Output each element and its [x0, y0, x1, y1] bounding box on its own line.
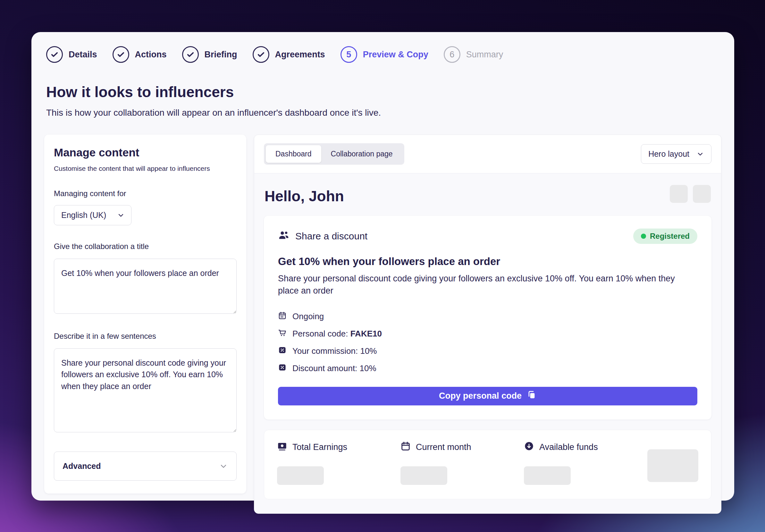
language-select-value: English (UK): [61, 211, 106, 220]
step-label: Agreements: [275, 50, 325, 60]
chevron-down-icon: [219, 462, 228, 471]
stat-label: Available funds: [539, 442, 598, 452]
people-icon: [278, 230, 290, 243]
manage-content-panel: Manage content Customise the content tha…: [44, 135, 246, 494]
placeholder-squares: [670, 185, 711, 203]
collab-card-description: Share your personal discount code giving…: [278, 273, 692, 297]
copy-button-label: Copy personal code: [439, 391, 522, 401]
stat-value-placeholder: [400, 466, 447, 485]
stat-total-earnings: Total Earnings: [277, 441, 400, 485]
collaboration-card: Share a discount Registered Get 10% when…: [264, 216, 711, 419]
greeting-text: Hello, John: [265, 188, 344, 205]
advanced-accordion[interactable]: Advanced: [54, 452, 237, 481]
collab-detail-list: Ongoing Personal code: FAKE10: [278, 311, 697, 374]
calendar-icon: [400, 441, 411, 453]
step-label: Summary: [466, 50, 503, 60]
placeholder-square: [670, 185, 688, 203]
collab-title-input[interactable]: Get 10% when your followers place an ord…: [54, 259, 237, 314]
advanced-label: Advanced: [63, 461, 101, 471]
step-details[interactable]: Details: [46, 46, 97, 63]
check-icon: [253, 46, 269, 63]
language-select[interactable]: English (UK): [54, 205, 132, 225]
step-number: 5: [346, 50, 351, 60]
step-actions[interactable]: Actions: [113, 46, 167, 63]
page-title: How it looks to influencers: [46, 83, 721, 101]
step-agreements[interactable]: Agreements: [253, 46, 325, 63]
detail-row-personal-code: Personal code: FAKE10: [278, 328, 697, 339]
stat-label: Total Earnings: [293, 442, 347, 452]
copy-personal-code-button[interactable]: Copy personal code: [278, 387, 697, 405]
preview-body: Hello, John Share a discount: [254, 173, 721, 513]
step-label: Actions: [135, 50, 167, 60]
stat-value-placeholder: [277, 466, 324, 485]
cart-icon: [278, 328, 287, 339]
stat-value-placeholder: [524, 466, 571, 485]
step-number-badge: 5: [341, 46, 357, 63]
language-label: Managing content for: [54, 189, 237, 198]
preview-tabs: Dashboard Collaboration page: [264, 143, 404, 165]
preview-header: Dashboard Collaboration page Hero layout: [254, 135, 721, 173]
detail-row-commission: Your commission: 10%: [278, 346, 697, 357]
page-subtitle: This is how your collaboration will appe…: [46, 108, 721, 118]
wizard-stepper: Details Actions Briefing Agreements 5 Pr…: [44, 46, 721, 63]
stat-current-month: Current month: [400, 441, 524, 485]
stat-label: Current month: [416, 442, 471, 452]
tab-dashboard[interactable]: Dashboard: [266, 145, 321, 163]
step-label: Briefing: [205, 50, 237, 60]
detail-row-duration: Ongoing: [278, 311, 697, 322]
layout-select[interactable]: Hero layout: [641, 144, 711, 164]
placeholder-square: [693, 185, 711, 203]
step-summary[interactable]: 6 Summary: [444, 46, 503, 63]
step-label: Details: [69, 50, 97, 60]
check-icon: [182, 46, 199, 63]
status-badge-label: Registered: [650, 232, 690, 241]
stats-card: Total Earnings Current month: [264, 430, 711, 499]
status-badge: Registered: [633, 229, 697, 244]
copy-icon: [527, 390, 536, 402]
step-label: Preview & Copy: [363, 50, 428, 60]
stat-available-funds: Available funds: [524, 441, 647, 485]
collab-type-label: Share a discount: [295, 231, 368, 242]
step-preview-copy[interactable]: 5 Preview & Copy: [341, 46, 428, 63]
percent-icon: [278, 346, 287, 357]
main-window: Details Actions Briefing Agreements 5 Pr…: [31, 32, 734, 501]
collab-description-input[interactable]: Share your personal discount code giving…: [54, 348, 237, 432]
stat-chart-placeholder: [647, 449, 698, 482]
check-icon: [46, 46, 63, 63]
chevron-down-icon: [696, 150, 704, 158]
step-number: 6: [449, 50, 454, 60]
detail-row-discount: Discount amount: 10%: [278, 363, 697, 374]
collab-title-label: Give the collaboration a title: [54, 242, 237, 251]
tab-collaboration-page[interactable]: Collaboration page: [321, 145, 402, 163]
percent-icon: [278, 363, 287, 374]
step-number-badge: 6: [444, 46, 460, 63]
calendar-icon: [278, 311, 287, 322]
chevron-down-icon: [117, 212, 125, 219]
step-briefing[interactable]: Briefing: [182, 46, 237, 63]
manage-content-subtitle: Customise the content that will appear t…: [54, 165, 237, 173]
money-icon: [277, 441, 287, 453]
funds-icon: [524, 441, 534, 453]
collab-description-label: Describe it in a few sentences: [54, 332, 237, 341]
influencer-preview-panel: Dashboard Collaboration page Hero layout…: [254, 135, 721, 514]
collab-card-title: Get 10% when your followers place an ord…: [278, 256, 697, 267]
check-icon: [113, 46, 129, 63]
status-dot-icon: [641, 234, 646, 239]
manage-content-title: Manage content: [54, 146, 237, 159]
layout-select-value: Hero layout: [648, 149, 689, 159]
